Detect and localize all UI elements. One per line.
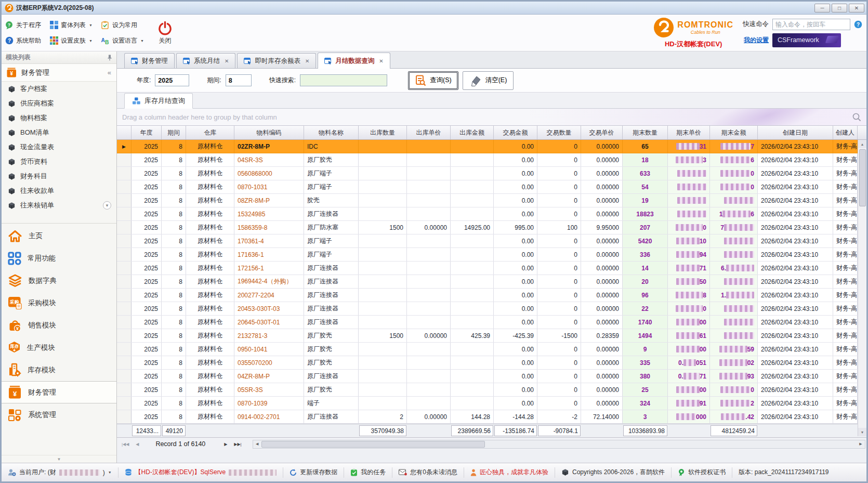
table-row[interactable]: 20258原材料仓172156-1原厂连接器0.0000.0000014716.… (117, 262, 866, 275)
clear-button[interactable]: 清空(E) (463, 71, 514, 90)
menu-item-windows[interactable]: 窗体列表▼ (49, 17, 93, 33)
close-tab-icon[interactable]: ✕ (305, 58, 309, 64)
horizontal-scrollbar[interactable]: ◀ ▶ (253, 440, 865, 449)
sidebar-module-销售模块[interactable]: ¥销售模块 (2, 314, 116, 336)
first-record-button[interactable]: |◀◀ (120, 440, 130, 449)
next-record-button[interactable]: ▶ (221, 440, 230, 449)
column-header-交易单价[interactable]: 交易单价 (581, 126, 623, 139)
sidebar-module-财务管理[interactable]: ¥财务管理 (2, 381, 116, 403)
table-row[interactable]: 20258原材料仓0950-1041原厂胶壳0.0000.00000900592… (117, 343, 866, 356)
statusbar-item[interactable]: 版本: pack_20241117234917119 (732, 467, 835, 478)
pin-icon[interactable] (107, 55, 112, 61)
sidebar-module-数据字典[interactable]: 数据字典 (2, 269, 116, 292)
sidebar-item-客户档案[interactable]: 客户档案 (2, 82, 116, 96)
menu-item-help[interactable]: ?系统帮助 (5, 33, 41, 48)
quick-command-input[interactable] (772, 19, 850, 30)
minimize-button[interactable]: ─ (814, 4, 830, 12)
help-circle-icon[interactable]: ? (854, 20, 862, 29)
tab-inventory-month-close[interactable]: 库存月结查询 (124, 93, 193, 109)
table-row[interactable]: 20258原材料仓0870-1039端子0.0000.0000032491220… (117, 397, 866, 410)
table-row[interactable]: 20258原材料仓0560868000原厂端子0.0000.0000063302… (117, 167, 866, 180)
table-row[interactable]: 20258原材料仓1969442-4（外购）原厂连接器0.0000.000002… (117, 275, 866, 289)
column-header-年度[interactable]: 年度 (131, 126, 162, 139)
scroll-down-icon[interactable]: ▼ (858, 428, 866, 436)
table-row[interactable]: 20258原材料仓04ZR-8M-P原厂连接器0.0000.000003800.… (117, 370, 866, 383)
column-header-期末金额[interactable]: 期末金额 (710, 126, 758, 139)
table-row[interactable]: 20258原材料仓20453-030T-03原厂连接器0.0000.000002… (117, 302, 866, 316)
vertical-scrollbar[interactable]: ▲ ▼ (858, 140, 866, 436)
column-header-创建日期[interactable]: 创建日期 (758, 126, 833, 139)
table-row[interactable]: 20258原材料仓200277-2204原厂连接器0.0000.00000968… (117, 289, 866, 302)
table-row[interactable]: 20258原材料仓0870-1031原厂端子0.0000.00000540202… (117, 180, 866, 194)
column-header-物料编码[interactable]: 物料编码 (234, 126, 304, 139)
scroll-right-icon[interactable]: ▶ (857, 440, 865, 448)
sidebar-scroll-down[interactable]: ▼ (2, 455, 116, 463)
sidebar-module-系统管理[interactable]: 系统管理 (2, 403, 116, 426)
tab-财务管理[interactable]: 财务管理 (124, 53, 175, 68)
my-settings-link[interactable]: 我的设置 (744, 36, 769, 45)
sidebar-module-常用功能[interactable]: 常用功能 (2, 247, 116, 269)
sidebar-module-采购模块[interactable]: 采购采购模块 (2, 292, 116, 314)
quick-search-input[interactable] (300, 74, 387, 86)
column-header-出库金额[interactable]: 出库金额 (451, 126, 494, 139)
year-input[interactable] (155, 74, 189, 86)
sidebar-item-物料档案[interactable]: 物料档案 (2, 111, 116, 125)
table-row[interactable]: 20258原材料仓2132781-3原厂胶壳15000.00000425.39-… (117, 329, 866, 343)
search-icon[interactable] (852, 112, 861, 122)
statusbar-item[interactable]: 您有0条未读消息 (392, 467, 464, 478)
close-window-button[interactable]: ✕ (849, 4, 864, 12)
table-row[interactable]: 20258原材料仓15324985原厂连接器0.0000.00000188231… (117, 207, 866, 221)
column-header-创建人[interactable]: 创建人 (833, 126, 858, 139)
scroll-left-icon[interactable]: ◀ (253, 440, 261, 448)
column-header-物料名称[interactable]: 物料名称 (304, 126, 359, 139)
close-tab-icon[interactable]: ✕ (225, 58, 229, 64)
sidebar-item-BOM清单[interactable]: BOM清单 (2, 125, 116, 140)
collapse-icon[interactable]: « (108, 69, 111, 76)
sidebar-item-往来收款单[interactable]: 往来收款单 (2, 184, 116, 198)
table-row[interactable]: 20258原材料仓20645-030T-01原厂连接器0.0000.000001… (117, 316, 866, 329)
column-header-期末数量[interactable]: 期末数量 (623, 126, 668, 139)
statusbar-item[interactable]: Copyrights 2006-2026，喜鹊软件 (555, 467, 672, 478)
table-row[interactable]: 20258原材料仓170361-4原厂端子0.0000.000005420102… (117, 234, 866, 248)
last-record-button[interactable]: ▶▶| (232, 440, 243, 449)
column-header-出库单价[interactable]: 出库单价 (407, 126, 451, 139)
tab-系统月结[interactable]: 系统月结✕ (176, 53, 235, 68)
sidebar-item-货币资料[interactable]: 货币资料 (2, 154, 116, 169)
sidebar-item-往来核销单[interactable]: 往来核销单 (2, 198, 116, 213)
column-header-交易数量[interactable]: 交易数量 (537, 126, 581, 139)
statusbar-item[interactable]: 软件授权证书 (672, 467, 732, 478)
statusbar-item[interactable]: 我的任务 (344, 467, 392, 478)
exit-app-button[interactable]: 关闭 (157, 21, 173, 45)
hscroll-thumb[interactable] (261, 441, 485, 448)
column-header-出库数量[interactable]: 出库数量 (359, 126, 407, 139)
statusbar-item[interactable]: 当前用户: (财)▼ (7, 467, 119, 478)
maximize-button[interactable]: □ (832, 4, 847, 12)
sidebar-module-生产模块[interactable]: 库存生产模块 (2, 336, 116, 359)
table-row[interactable]: 20258原材料仓04SR-3S原厂胶壳0.0000.0000018362026… (117, 153, 866, 167)
statusbar-item[interactable]: 【HD-汉都帐套(DEV)】SqlServe (119, 467, 284, 478)
prev-record-button[interactable]: ◀ (133, 440, 142, 449)
sidebar-module-库存模块[interactable]: 库存模块 (2, 359, 116, 381)
tab-月结数据查询[interactable]: 月结数据查询✕ (318, 53, 390, 69)
sidebar-item-财务科目[interactable]: 财务科目 (2, 169, 116, 184)
table-row[interactable]: 20258原材料仓1586359-8原厂防水塞15000.0000014925.… (117, 221, 866, 234)
column-header-期间[interactable]: 期间 (162, 126, 186, 139)
menu-item-favorite[interactable]: 设为常用 (101, 17, 144, 33)
query-button[interactable]: 查询(S) (408, 71, 458, 90)
table-row[interactable]: ▶20258原材料仓02ZR-8M-PIDC0.0000.00000653172… (117, 140, 866, 153)
period-input[interactable] (226, 74, 252, 86)
column-header-交易金额[interactable]: 交易金额 (494, 126, 537, 139)
group-by-panel[interactable]: Drag a column header here to group by th… (117, 109, 866, 126)
sidebar-module-主页[interactable]: 主页 (2, 225, 116, 247)
sidebar-group-finance[interactable]: ¥ 财务管理 « (2, 64, 116, 82)
vscroll-thumb[interactable] (859, 149, 866, 206)
table-row[interactable]: 20258原材料仓0914-002-2701原厂连接器20.00000144.2… (117, 410, 866, 424)
table-row[interactable]: 20258原材料仓05SR-3S原厂胶壳0.0000.0000025000202… (117, 383, 866, 397)
tab-即时库存余额表[interactable]: 即时库存余额表✕ (237, 53, 316, 68)
scroll-up-icon[interactable]: ▲ (858, 140, 866, 148)
statusbar-item[interactable]: 更新缓存数据 (283, 467, 344, 478)
menu-item-language[interactable]: AB设置语言▼ (101, 33, 144, 48)
table-row[interactable]: 20258原材料仓08ZR-8M-P胶壳0.0000.00000192026/0… (117, 194, 866, 207)
table-row[interactable]: 20258原材料仓0355070200原厂胶壳0.0000.000003350.… (117, 356, 866, 370)
menu-item-about[interactable]: ?关于程序 (5, 17, 41, 33)
